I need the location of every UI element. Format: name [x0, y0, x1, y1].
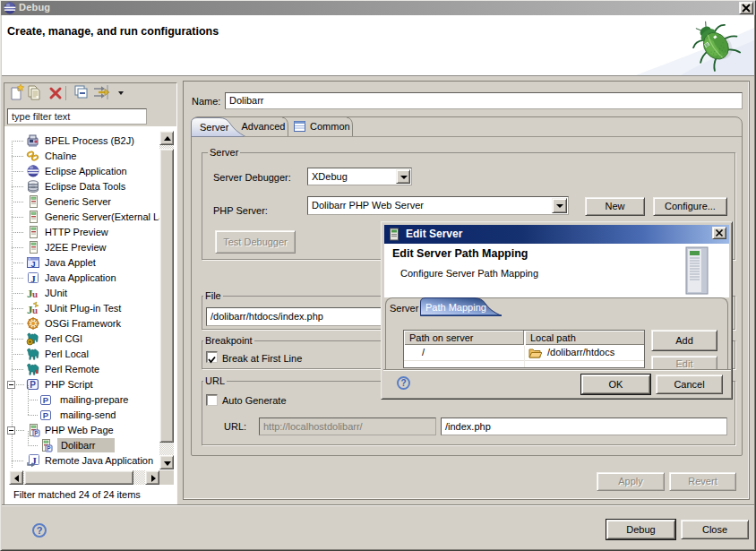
- svg-text:Path Mapping: Path Mapping: [425, 302, 486, 313]
- svg-text:P: P: [43, 410, 49, 420]
- svg-text:u: u: [32, 288, 38, 299]
- svg-text:Server: Server: [200, 122, 229, 133]
- svg-text:P: P: [30, 380, 36, 390]
- svg-text:P: P: [47, 445, 51, 452]
- svg-text:P: P: [34, 430, 39, 436]
- svg-text:J: J: [30, 260, 35, 269]
- svg-text:J: J: [30, 273, 36, 284]
- svg-text:P: P: [43, 395, 49, 405]
